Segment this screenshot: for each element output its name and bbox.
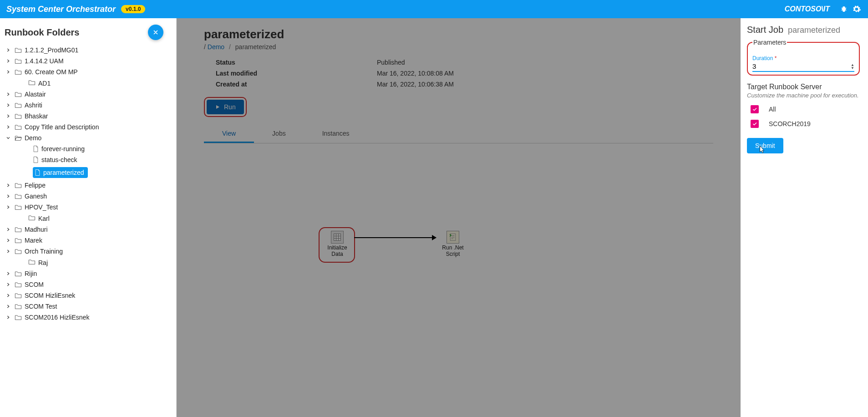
tree-folder[interactable]: Bhaskar bbox=[0, 111, 173, 122]
target-subtext: Customize the machine pool for execution… bbox=[747, 92, 860, 99]
folder-icon bbox=[28, 259, 36, 265]
checkbox-all-label: All bbox=[769, 106, 776, 113]
checkbox-all-row[interactable]: All bbox=[747, 105, 860, 113]
chevron-icon bbox=[5, 194, 12, 198]
folder-tree: 1.2.1.2_ProdMG011.4.14.2 UAM60. Create O… bbox=[0, 43, 173, 336]
collapse-sidebar-button[interactable] bbox=[148, 25, 163, 40]
panel-subtitle: parameterized bbox=[788, 25, 840, 35]
tree-item-label: status-check bbox=[41, 156, 77, 163]
tree-item-label: Copy Title and Description bbox=[25, 123, 99, 131]
parameters-legend: Parameters bbox=[752, 39, 787, 46]
tree-folder[interactable]: Karl bbox=[0, 213, 173, 224]
chevron-icon bbox=[5, 293, 12, 298]
tree-folder[interactable]: Madhuri bbox=[0, 224, 173, 235]
tree-folder[interactable]: HPOV_Test bbox=[0, 202, 173, 213]
parameters-box: Parameters Duration * ▲▼ bbox=[747, 39, 860, 76]
tree-folder[interactable]: AD1 bbox=[0, 77, 173, 89]
panel-title: Start Job bbox=[747, 25, 783, 35]
folder-icon bbox=[15, 113, 22, 119]
tree-item-label: AD1 bbox=[38, 80, 51, 87]
checkbox-icon bbox=[751, 120, 759, 128]
tree-folder[interactable]: Felippe bbox=[0, 180, 173, 191]
folder-icon bbox=[15, 124, 22, 130]
chevron-icon bbox=[5, 136, 12, 140]
modal-overlay[interactable] bbox=[177, 18, 741, 417]
tree-item-label: SCOM bbox=[25, 281, 44, 288]
start-job-panel: Start Job parameterized Parameters Durat… bbox=[741, 18, 868, 417]
cursor-icon bbox=[758, 144, 766, 154]
tree-item-label: Ashriti bbox=[25, 102, 42, 109]
tree-folder[interactable]: Demo bbox=[0, 132, 173, 143]
app-brand: System Center Orchestrator bbox=[6, 5, 116, 14]
duration-input[interactable] bbox=[752, 62, 844, 70]
folder-icon bbox=[15, 91, 22, 97]
file-icon bbox=[33, 145, 39, 153]
tree-item-label: Orch Training bbox=[25, 248, 63, 255]
chevron-icon bbox=[5, 114, 12, 118]
tree-item-label: Ganesh bbox=[25, 193, 47, 200]
folder-icon bbox=[15, 204, 22, 210]
tree-folder[interactable]: Marek bbox=[0, 235, 173, 246]
tree-item-label: SCOM HizliEsnek bbox=[25, 292, 75, 299]
gear-icon[interactable] bbox=[852, 4, 862, 14]
submit-button[interactable]: Submit bbox=[747, 138, 783, 153]
folder-icon bbox=[15, 226, 22, 233]
tree-folder[interactable]: SCOM Test bbox=[0, 301, 173, 312]
tree-item-label: SCOM2016 HizliEsnek bbox=[25, 314, 89, 321]
tree-item-label: Bhaskar bbox=[25, 112, 48, 120]
tree-item-label: Demo bbox=[25, 134, 41, 142]
tree-item-label: Alastair bbox=[25, 91, 46, 98]
tree-item-label: Raj bbox=[38, 259, 48, 266]
folder-icon bbox=[15, 193, 22, 199]
number-stepper[interactable]: ▲▼ bbox=[851, 63, 854, 70]
tree-folder[interactable]: Raj bbox=[0, 257, 173, 268]
tree-folder[interactable]: Ganesh bbox=[0, 191, 173, 202]
folder-icon bbox=[15, 69, 22, 75]
tree-file[interactable]: parameterized bbox=[0, 165, 173, 180]
version-badge: v0.1.0 bbox=[121, 5, 145, 13]
folder-icon bbox=[28, 79, 36, 86]
tree-folder[interactable]: Alastair bbox=[0, 89, 173, 100]
chevron-icon bbox=[5, 183, 12, 188]
chevron-icon bbox=[5, 227, 12, 232]
tree-file[interactable]: status-check bbox=[0, 154, 173, 165]
checkbox-server-row[interactable]: SCORCH2019 bbox=[747, 120, 860, 128]
chevron-icon bbox=[5, 205, 12, 209]
folder-icon bbox=[15, 303, 22, 310]
bug-icon[interactable] bbox=[839, 4, 849, 14]
chevron-icon bbox=[5, 249, 12, 254]
folder-icon bbox=[15, 281, 22, 288]
current-user: CONTOSO\IT bbox=[785, 5, 830, 13]
chevron-icon bbox=[5, 125, 12, 129]
folder-icon bbox=[15, 47, 22, 53]
tree-folder[interactable]: 1.4.14.2 UAM bbox=[0, 56, 173, 66]
tree-folder[interactable]: SCOM2016 HizliEsnek bbox=[0, 312, 173, 323]
tree-folder[interactable]: Rijin bbox=[0, 268, 173, 279]
tree-folder[interactable]: Ashriti bbox=[0, 100, 173, 111]
top-bar: System Center Orchestrator v0.1.0 CONTOS… bbox=[0, 0, 868, 18]
tree-folder[interactable]: SCOM bbox=[0, 279, 173, 290]
folder-icon bbox=[15, 314, 22, 320]
tree-folder[interactable]: 1.2.1.2_ProdMG01 bbox=[0, 45, 173, 56]
tree-folder[interactable]: Orch Training bbox=[0, 246, 173, 257]
folder-icon bbox=[15, 58, 22, 64]
chevron-icon bbox=[5, 48, 12, 52]
chevron-icon bbox=[5, 92, 12, 97]
folder-open-icon bbox=[15, 135, 22, 141]
chevron-icon bbox=[5, 315, 12, 320]
folder-icon bbox=[15, 292, 22, 299]
folder-icon bbox=[15, 102, 22, 108]
tree-file[interactable]: forever-running bbox=[0, 143, 173, 154]
sidebar-title: Runbook Folders bbox=[5, 27, 148, 38]
tree-folder[interactable]: Copy Title and Description bbox=[0, 122, 173, 132]
chevron-icon bbox=[5, 271, 12, 276]
tree-item-label: Karl bbox=[38, 215, 50, 222]
folder-icon bbox=[15, 237, 22, 244]
tree-item-label: HPOV_Test bbox=[25, 203, 58, 211]
tree-item-label: 1.4.14.2 UAM bbox=[25, 57, 64, 65]
folder-icon bbox=[15, 248, 22, 254]
tree-item-label: 1.2.1.2_ProdMG01 bbox=[25, 46, 78, 54]
tree-folder[interactable]: 60. Create OM MP bbox=[0, 66, 173, 77]
tree-folder[interactable]: SCOM HizliEsnek bbox=[0, 290, 173, 301]
folder-icon bbox=[28, 214, 36, 221]
